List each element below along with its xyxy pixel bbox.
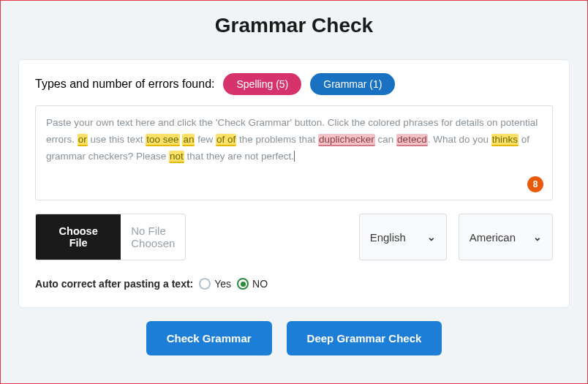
autocorrect-label: Auto correct after pasting a text:	[35, 278, 193, 290]
deep-grammar-check-button[interactable]: Deep Grammar Check	[287, 321, 442, 355]
highlight-too-see[interactable]: too see	[146, 134, 179, 146]
spelling-pill[interactable]: Spelling (5)	[223, 73, 301, 95]
chevron-down-icon: ⌄	[533, 231, 542, 243]
radio-icon	[237, 278, 249, 290]
errors-label: Types and number of errors found:	[35, 78, 214, 91]
highlight-duplichecker[interactable]: duplichecker	[318, 134, 375, 146]
check-grammar-button[interactable]: Check Grammar	[146, 321, 272, 355]
highlight-of-of[interactable]: of of	[216, 134, 236, 146]
editor-text: few	[195, 134, 216, 145]
editor-text: that they are not perfect.	[184, 151, 294, 162]
text-editor[interactable]: Paste your own text here and click the '…	[35, 105, 553, 200]
highlight-an[interactable]: an	[182, 134, 195, 146]
text-cursor	[294, 151, 295, 162]
choose-file-button[interactable]: Choose File	[36, 214, 121, 260]
radio-dot-icon	[241, 282, 246, 287]
editor-text: use this text	[88, 134, 146, 145]
editor-text: . What do you	[428, 134, 491, 145]
highlight-or[interactable]: or	[78, 134, 88, 146]
grammar-pill[interactable]: Grammar (1)	[310, 73, 395, 95]
radio-label-yes: Yes	[214, 278, 231, 290]
editor-text: the problems that	[236, 134, 318, 145]
page-title: Grammar Check	[1, 14, 587, 37]
language-select[interactable]: English ⌄	[359, 214, 447, 260]
editor-text: can	[375, 134, 396, 145]
variant-select[interactable]: American ⌄	[459, 214, 553, 260]
autocorrect-row: Auto correct after pasting a text: Yes N…	[35, 278, 553, 290]
action-buttons: Check Grammar Deep Grammar Check	[1, 321, 587, 355]
highlight-thinks[interactable]: thinks	[491, 134, 519, 146]
file-picker: Choose File No File Choosen	[35, 214, 186, 260]
highlight-detecd[interactable]: detecd	[396, 134, 428, 146]
main-card: Types and number of errors found: Spelli…	[18, 59, 570, 308]
autocorrect-no-radio[interactable]: NO	[237, 278, 268, 290]
radio-icon	[199, 278, 211, 290]
file-name-display: No File Choosen	[121, 214, 185, 260]
radio-label-no: NO	[252, 278, 268, 290]
autocorrect-yes-radio[interactable]: Yes	[199, 278, 231, 290]
language-select-value: English	[370, 231, 406, 244]
error-count-badge[interactable]: 8	[527, 176, 543, 192]
errors-summary: Types and number of errors found: Spelli…	[35, 73, 553, 95]
variant-select-value: American	[470, 231, 516, 244]
highlight-not[interactable]: not	[169, 151, 184, 163]
chevron-down-icon: ⌄	[427, 231, 436, 243]
